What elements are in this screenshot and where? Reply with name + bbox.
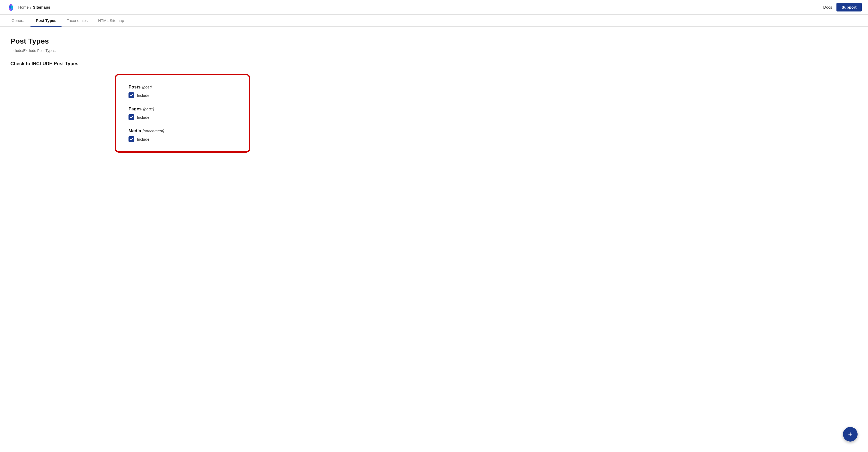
post-type-slug-pages: [page] <box>143 107 154 111</box>
post-type-name-media: Media <box>128 129 141 134</box>
breadcrumb: Home / Sitemaps <box>18 5 50 9</box>
post-type-slug-media: [attachment] <box>143 129 164 133</box>
tab-html-sitemap[interactable]: HTML Sitemap <box>93 15 129 27</box>
support-button[interactable]: Support <box>836 3 862 11</box>
tabs-bar: General Post Types Taxonomies HTML Sitem… <box>0 15 868 27</box>
post-type-label-posts: Posts [post] <box>128 85 237 90</box>
media-include-label: Include <box>137 137 149 141</box>
posts-include-label: Include <box>137 93 149 97</box>
media-include-checkbox[interactable] <box>128 136 134 142</box>
logo-icon <box>6 3 16 12</box>
media-checkbox-row: Include <box>128 136 237 142</box>
posts-include-checkbox[interactable] <box>128 92 134 98</box>
breadcrumb-current: Sitemaps <box>33 5 50 9</box>
posts-checkbox-row: Include <box>128 92 237 98</box>
post-type-group-pages: Pages [page] Include <box>128 107 237 120</box>
pages-include-label: Include <box>137 115 149 119</box>
tab-general[interactable]: General <box>6 15 31 27</box>
section-title: Post Types <box>10 37 354 46</box>
post-type-label-media: Media [attachment] <box>128 129 237 134</box>
pages-include-checkbox[interactable] <box>128 114 134 120</box>
header-right: Docs Support <box>823 3 862 11</box>
subsection-title: Check to INCLUDE Post Types <box>10 61 354 66</box>
main-content: Post Types Include/Exclude Post Types. C… <box>0 27 365 163</box>
post-type-label-pages: Pages [page] <box>128 107 237 112</box>
post-type-name-pages: Pages <box>128 107 142 112</box>
breadcrumb-home[interactable]: Home <box>18 5 29 9</box>
section-description: Include/Exclude Post Types. <box>10 49 354 53</box>
tab-post-types[interactable]: Post Types <box>31 15 62 27</box>
breadcrumb-separator: / <box>30 5 31 9</box>
post-type-group-posts: Posts [post] Include <box>128 85 237 98</box>
pages-checkbox-row: Include <box>128 114 237 120</box>
docs-link[interactable]: Docs <box>823 5 832 9</box>
header: Home / Sitemaps Docs Support <box>0 0 868 15</box>
header-left: Home / Sitemaps <box>6 3 50 12</box>
post-type-group-media: Media [attachment] Include <box>128 129 237 142</box>
post-type-name-posts: Posts <box>128 85 141 90</box>
tab-taxonomies[interactable]: Taxonomies <box>62 15 93 27</box>
post-types-box: Posts [post] Include Pages [page] <box>115 74 250 153</box>
center-box-wrapper: Posts [post] Include Pages [page] <box>10 74 354 153</box>
fab-button[interactable]: + <box>843 427 858 442</box>
post-type-slug-posts: [post] <box>142 85 152 89</box>
